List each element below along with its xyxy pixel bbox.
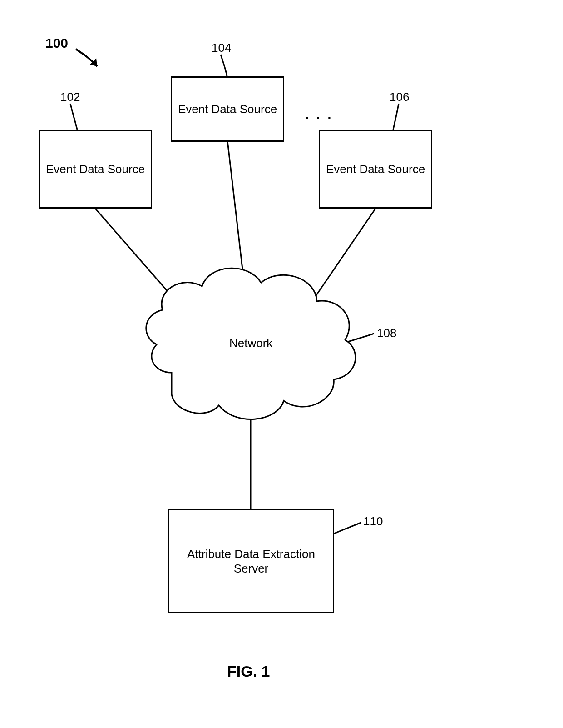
svg-line-2 bbox=[297, 209, 375, 324]
event-data-source-104-label: Event Data Source bbox=[178, 102, 277, 117]
network-label: Network bbox=[229, 336, 272, 350]
attribute-data-extraction-server: Attribute Data Extraction Server bbox=[168, 509, 334, 613]
ref-106: 106 bbox=[390, 90, 409, 104]
figure-1-diagram: 100 102 Event Data Source /* fix inline … bbox=[0, 0, 563, 728]
server-label: Attribute Data Extraction Server bbox=[173, 547, 329, 576]
system-ref-label: 100 bbox=[45, 35, 68, 51]
svg-line-0 bbox=[95, 209, 199, 327]
svg-line-1 bbox=[227, 141, 246, 300]
event-data-source-102: Event Data Source bbox=[39, 130, 152, 209]
event-data-source-106-label: Event Data Source bbox=[326, 162, 425, 177]
ref-110: 110 bbox=[363, 514, 383, 529]
ref-104: 104 bbox=[212, 41, 231, 55]
event-data-source-104: Event Data Source bbox=[171, 76, 284, 142]
event-data-source-106: Event Data Source bbox=[319, 130, 432, 209]
svg-marker-4 bbox=[90, 58, 97, 66]
figure-caption: FIG. 1 bbox=[227, 663, 270, 680]
event-data-source-102-label: Event Data Source bbox=[46, 162, 145, 177]
ref-102: 102 bbox=[60, 90, 80, 104]
ellipsis: . . . bbox=[305, 107, 333, 122]
ref-108: 108 bbox=[377, 326, 396, 340]
